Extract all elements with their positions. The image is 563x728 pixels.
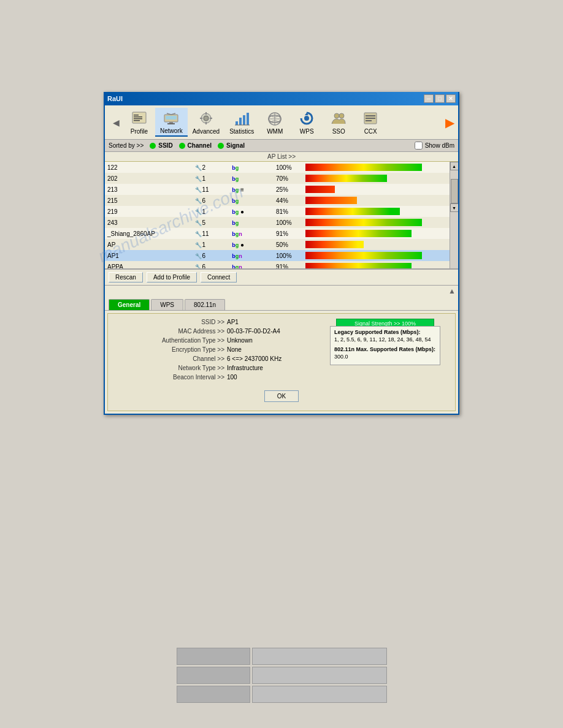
- connect-button[interactable]: Connect: [201, 272, 237, 282]
- wps-icon: [298, 110, 315, 127]
- back-button[interactable]: ◀: [109, 114, 123, 131]
- ok-area: OK: [114, 387, 449, 406]
- statistics-label: Statistics: [229, 128, 254, 135]
- signal-bar-cell: [303, 261, 450, 268]
- close-button[interactable]: ✕: [446, 94, 456, 103]
- svg-rect-19: [243, 115, 245, 125]
- svg-rect-32: [366, 120, 372, 121]
- beacon-detail-value: 100: [227, 374, 237, 381]
- ssid-cell: 202: [105, 173, 193, 184]
- ssid-cell: 213: [105, 184, 193, 195]
- scroll-up-button[interactable]: ▲: [450, 162, 459, 170]
- ap-list-header: AP List >>: [105, 152, 458, 162]
- table-row[interactable]: 213 🔧11 bg ≡ 25%: [105, 184, 450, 195]
- ok-button[interactable]: OK: [264, 390, 299, 402]
- bottom-cell-5: [177, 686, 250, 703]
- channel-cell: 🔧1: [193, 206, 229, 217]
- type-icons-cell: bg: [229, 217, 274, 228]
- ssid-detail-value: AP1: [227, 319, 239, 325]
- ssid-dot: [150, 143, 156, 149]
- svg-rect-16: [210, 118, 212, 119]
- channel-cell: 🔧6: [193, 261, 229, 268]
- forward-arrow[interactable]: ▶: [445, 115, 454, 130]
- toolbar-statistics[interactable]: Statistics: [224, 108, 259, 136]
- scroll-down-button[interactable]: ▼: [450, 203, 459, 212]
- ssid-cell: 215: [105, 195, 193, 206]
- profile-label: Profile: [131, 128, 148, 135]
- toolbar-network[interactable]: Network: [155, 108, 188, 137]
- type-icons-cell: bg: [229, 162, 274, 173]
- legacy-rates-section: Legacy Supported Rates (Mbps): 1, 2, 5.5…: [334, 329, 436, 343]
- table-row[interactable]: 215 🔧6 bg 44%: [105, 195, 450, 206]
- tab-wps[interactable]: WPS: [151, 299, 183, 310]
- scrollbar[interactable]: ▲ ▼: [450, 162, 458, 268]
- advanced-icon: [197, 110, 215, 127]
- toolbar-ccx[interactable]: CCX: [354, 108, 386, 136]
- channel-cell: 🔧11: [193, 228, 229, 239]
- svg-rect-30: [366, 115, 375, 116]
- show-dbm-area: Show dBm: [415, 142, 454, 150]
- ssid-cell: 122: [105, 162, 193, 173]
- signal-bar-cell: [303, 195, 450, 206]
- channel-cell: 🔧2: [193, 162, 229, 173]
- minimize-button[interactable]: ─: [424, 94, 434, 103]
- type-icons-cell: bgn: [229, 250, 274, 261]
- rescan-button[interactable]: Rescan: [109, 272, 143, 282]
- svg-point-28: [339, 113, 344, 118]
- svg-rect-20: [247, 113, 249, 125]
- add-to-profile-button[interactable]: Add to Profile: [147, 272, 197, 282]
- signal-bar-cell: [303, 228, 450, 239]
- toolbar-profile[interactable]: Profile: [123, 108, 155, 136]
- toolbar-advanced[interactable]: Advanced: [188, 108, 224, 136]
- svg-rect-4: [134, 120, 140, 121]
- expand-icon[interactable]: ▲: [448, 287, 456, 295]
- title-bar: RaUI ─ □ ✕: [105, 92, 458, 105]
- network-type-row: Network Type >> Infrastructure: [114, 365, 449, 371]
- mac-detail-value: 00-03-7F-00-D2-A4: [227, 328, 280, 335]
- ssid-cell: 243: [105, 217, 193, 228]
- type-icons-cell: bg: [229, 195, 274, 206]
- table-row[interactable]: 202 🔧1 bg 70%: [105, 173, 450, 184]
- wmm-icon: [266, 110, 283, 127]
- table-row[interactable]: APPA 🔧6 bgn 91%: [105, 261, 450, 268]
- type-icons-cell: bg ●: [229, 206, 274, 217]
- table-row[interactable]: AP 🔧1 bg ● 50%: [105, 239, 450, 250]
- svg-rect-14: [205, 122, 207, 124]
- channel-detail-label: Channel >>: [114, 355, 224, 362]
- signal-bar-cell: [303, 217, 450, 228]
- channel-dot: [179, 143, 185, 149]
- toolbar-sso[interactable]: SSO: [323, 108, 354, 136]
- beacon-row: Beacon Interval >> 100: [114, 374, 449, 381]
- table-row[interactable]: AP1 🔧6 bgn 100%: [105, 250, 450, 261]
- table-row[interactable]: 243 🔧5 bg 100%: [105, 217, 450, 228]
- scrollbar-thumb[interactable]: [451, 179, 458, 203]
- table-row[interactable]: 122 🔧2 bg 100%: [105, 162, 450, 173]
- type-icons-cell: bgn: [229, 228, 274, 239]
- sso-icon: [330, 110, 347, 127]
- title-bar-buttons: ─ □ ✕: [424, 94, 456, 103]
- bottom-cell-1: [177, 648, 250, 665]
- svg-rect-15: [200, 118, 202, 119]
- 80211n-rates-section: 802.11n Max. Supported Rates (Mbps): 300…: [334, 346, 436, 360]
- signal-bar-cell: [303, 239, 450, 250]
- network-label: Network: [160, 127, 183, 134]
- signal-bar-cell: [303, 206, 450, 217]
- channel-detail-value: 6 <=> 2437000 KHz: [227, 355, 282, 362]
- signal-bar-cell: [303, 162, 450, 173]
- show-dbm-checkbox[interactable]: [415, 142, 423, 150]
- svg-point-12: [204, 116, 209, 121]
- table-row[interactable]: 219 🔧1 bg ● 81%: [105, 206, 450, 217]
- ssid-cell: 219: [105, 206, 193, 217]
- type-icons-cell: bg ≡: [229, 184, 274, 195]
- main-window: RaUI ─ □ ✕ ◀ Profil: [104, 92, 459, 415]
- signal-pct-cell: 100%: [274, 162, 303, 173]
- tab-general[interactable]: General: [109, 299, 150, 310]
- table-row[interactable]: _Shiang_2860AP 🔧11 bgn 91%: [105, 228, 450, 239]
- toolbar-wps[interactable]: WPS: [291, 108, 323, 136]
- auth-detail-label: Authentication Type >>: [114, 337, 224, 344]
- tab-80211n[interactable]: 802.11n: [185, 299, 225, 310]
- maximize-button[interactable]: □: [435, 94, 445, 103]
- toolbar-wmm[interactable]: WMM: [259, 108, 291, 136]
- svg-rect-13: [205, 112, 207, 115]
- signal-pct-cell: 100%: [274, 250, 303, 261]
